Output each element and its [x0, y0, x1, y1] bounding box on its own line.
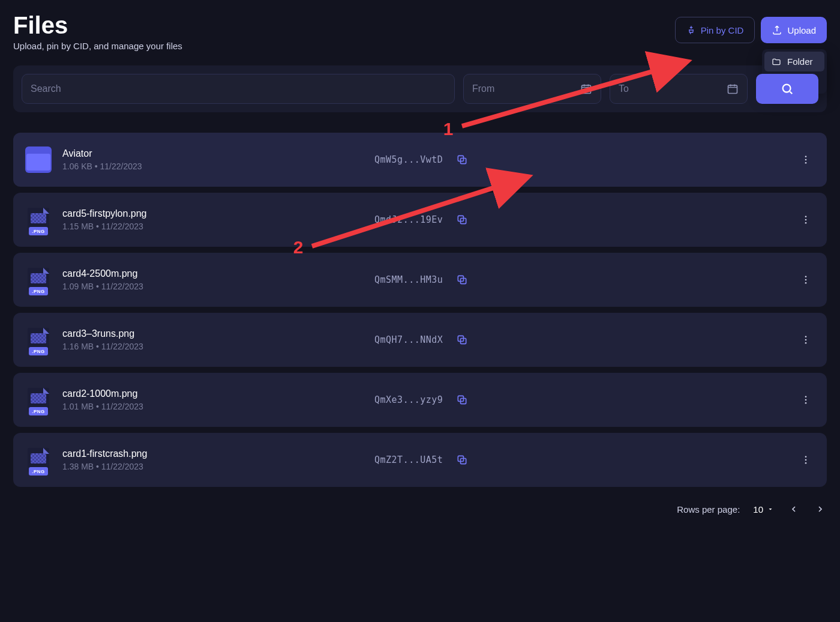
copy-icon — [456, 454, 468, 466]
pin-by-cid-button[interactable]: Pin by CID — [675, 17, 755, 43]
row-more-button[interactable] — [797, 271, 815, 289]
file-info: card5-firstpylon.png1.15 MB • 11/22/2023 — [62, 208, 374, 231]
copy-icon — [456, 394, 468, 406]
file-cid: QmW5g...VwtD — [374, 154, 443, 165]
file-name: card4-2500m.png — [62, 268, 374, 279]
row-more-button[interactable] — [797, 211, 815, 229]
from-date-input[interactable]: From — [463, 74, 601, 104]
dropdown-folder-label: Folder — [787, 56, 813, 67]
file-info: card3–3runs.png1.16 MB • 11/22/2023 — [62, 328, 374, 351]
file-row[interactable]: Aviator1.06 KB • 11/22/2023QmW5g...VwtD — [13, 133, 827, 187]
chevron-right-icon — [815, 504, 825, 514]
svg-point-2 — [783, 85, 791, 92]
folder-icon — [25, 146, 52, 173]
file-cid: QmZ2T...UA5t — [374, 454, 443, 465]
svg-point-11 — [805, 219, 807, 221]
png-file-icon: .PNG — [25, 387, 52, 413]
svg-point-5 — [805, 156, 807, 157]
svg-rect-1 — [728, 85, 737, 93]
chevron-down-icon — [767, 506, 774, 513]
row-more-button[interactable] — [797, 391, 815, 409]
png-file-icon: .PNG — [25, 267, 52, 293]
file-cid: QmdJz...19Ev — [374, 214, 443, 225]
file-row[interactable]: .PNGcard5-firstpylon.png1.15 MB • 11/22/… — [13, 193, 827, 247]
search-input[interactable]: Search — [22, 74, 455, 104]
more-vertical-icon — [800, 334, 811, 345]
search-placeholder: Search — [31, 83, 61, 94]
png-file-icon: .PNG — [25, 207, 52, 233]
search-button[interactable] — [756, 74, 818, 104]
file-row[interactable]: .PNGcard2-1000m.png1.01 MB • 11/22/2023Q… — [13, 373, 827, 427]
rows-per-page-select[interactable]: 10 — [753, 504, 774, 515]
svg-point-6 — [805, 159, 807, 161]
svg-point-31 — [805, 459, 807, 461]
file-info: card2-1000m.png1.01 MB • 11/22/2023 — [62, 388, 374, 411]
prev-page-button[interactable] — [787, 503, 800, 516]
file-cid: QmXe3...yzy9 — [374, 394, 443, 405]
rows-per-page-value: 10 — [753, 504, 763, 515]
svg-point-30 — [805, 456, 807, 457]
search-icon — [781, 82, 794, 95]
calendar-icon — [580, 83, 592, 95]
upload-label: Upload — [787, 25, 816, 35]
svg-point-25 — [805, 396, 807, 397]
copy-cid-button[interactable] — [455, 152, 469, 167]
file-row[interactable]: .PNGcard1-firstcrash.png1.38 MB • 11/22/… — [13, 433, 827, 487]
from-placeholder: From — [472, 83, 494, 94]
dropdown-item-folder[interactable]: Folder — [764, 52, 824, 71]
svg-point-22 — [805, 342, 807, 344]
chevron-left-icon — [789, 504, 799, 514]
copy-cid-button[interactable] — [455, 453, 469, 467]
svg-point-17 — [805, 282, 807, 284]
row-more-button[interactable] — [797, 451, 815, 469]
more-vertical-icon — [800, 394, 811, 405]
copy-icon — [456, 154, 468, 166]
png-file-icon: .PNG — [25, 447, 52, 473]
svg-point-10 — [805, 216, 807, 217]
page-title: Files — [13, 13, 182, 37]
copy-icon — [456, 334, 468, 346]
png-file-icon: .PNG — [25, 327, 52, 353]
more-vertical-icon — [800, 454, 811, 465]
svg-point-20 — [805, 336, 807, 337]
svg-point-32 — [805, 462, 807, 464]
file-name: Aviator — [62, 148, 374, 159]
page-subtitle: Upload, pin by CID, and manage your file… — [13, 41, 182, 51]
copy-cid-button[interactable] — [455, 273, 469, 287]
rows-per-page-label: Rows per page: — [677, 504, 740, 515]
folder-outline-icon — [772, 57, 781, 67]
upload-button[interactable]: Upload — [761, 17, 827, 43]
file-name: card5-firstpylon.png — [62, 208, 374, 219]
file-cid: QmQH7...NNdX — [374, 334, 443, 345]
next-page-button[interactable] — [814, 503, 827, 516]
copy-icon — [456, 214, 468, 226]
more-vertical-icon — [800, 274, 811, 285]
copy-cid-button[interactable] — [455, 213, 469, 227]
file-meta: 1.09 MB • 11/22/2023 — [62, 282, 374, 291]
file-list: Aviator1.06 KB • 11/22/2023QmW5g...VwtD.… — [13, 133, 827, 487]
file-meta: 1.01 MB • 11/22/2023 — [62, 402, 374, 411]
file-info: Aviator1.06 KB • 11/22/2023 — [62, 148, 374, 171]
pin-icon — [686, 25, 696, 35]
svg-point-21 — [805, 339, 807, 341]
file-name: card2-1000m.png — [62, 388, 374, 399]
row-more-button[interactable] — [797, 151, 815, 169]
upload-icon — [772, 25, 782, 35]
row-more-button[interactable] — [797, 331, 815, 349]
file-info: card1-firstcrash.png1.38 MB • 11/22/2023 — [62, 448, 374, 471]
svg-point-15 — [805, 276, 807, 277]
file-cid: QmSMM...HM3u — [374, 274, 443, 285]
file-name: card3–3runs.png — [62, 328, 374, 339]
file-row[interactable]: .PNGcard3–3runs.png1.16 MB • 11/22/2023Q… — [13, 313, 827, 367]
svg-point-7 — [805, 162, 807, 164]
file-meta: 1.15 MB • 11/22/2023 — [62, 222, 374, 231]
svg-point-12 — [805, 222, 807, 224]
copy-icon — [456, 274, 468, 286]
to-date-input[interactable]: To — [610, 74, 748, 104]
copy-cid-button[interactable] — [455, 333, 469, 347]
copy-cid-button[interactable] — [455, 393, 469, 407]
to-placeholder: To — [619, 83, 629, 94]
file-meta: 1.38 MB • 11/22/2023 — [62, 462, 374, 471]
file-row[interactable]: .PNGcard4-2500m.png1.09 MB • 11/22/2023Q… — [13, 253, 827, 307]
pagination: Rows per page: 10 — [13, 503, 827, 516]
